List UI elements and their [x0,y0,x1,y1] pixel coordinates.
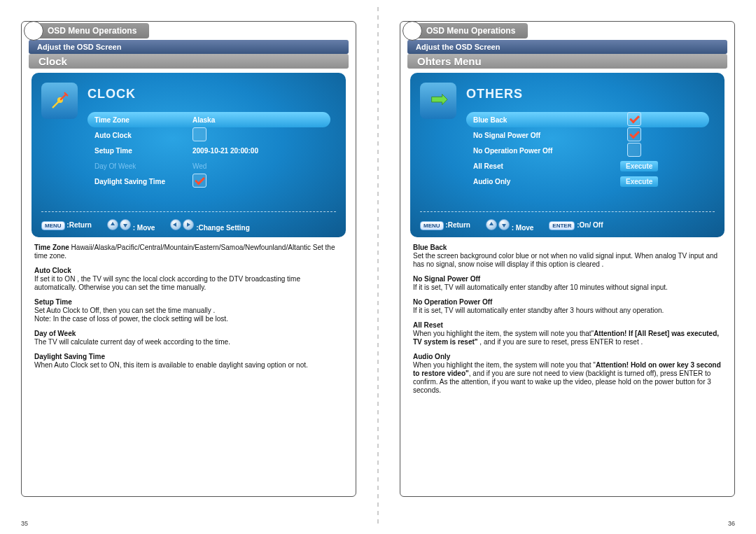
row-label: Blue Back [473,116,627,124]
checkbox-icon [192,127,206,141]
legend-label: : Move [133,224,155,232]
menu-row-audioonly[interactable]: Audio Only Execute [466,174,709,189]
desc-heading: All Reset [413,321,443,329]
header-tab-row: OSD Menu Operations [22,22,356,40]
menu-row-allreset[interactable]: All Reset Execute [466,158,709,174]
legend-label: :Return [445,221,470,229]
legend-onoff: ENTER :On/ Off [549,221,603,230]
menu-row-nooperation[interactable]: No Operation Power Off [466,143,709,158]
checkbox-checked-icon [627,112,641,126]
row-value: Wed [192,162,276,170]
legend-label: :Change Setting [196,224,250,232]
desc-body: , and if you are sure to reset, press EN… [479,338,643,346]
menu-pill-icon: MENU [420,221,444,230]
tab-disc-icon [24,21,43,41]
legend-label: :Return [66,221,92,229]
sub-bar: Adjust the OSD Screen [29,40,349,54]
osd-dashline [41,211,336,212]
page-right: OSD Menu Operations Adjust the OSD Scree… [379,0,756,534]
row-value [627,127,641,143]
legend-change: :Change Setting [170,219,249,232]
desc-body: When you highlight the item, the system … [413,361,596,369]
menu-pill-icon: MENU [41,221,65,230]
menu-row-nosignal[interactable]: No Signal Power Off [466,127,709,143]
osd-legend: MENU :Return : Move ENTER :On/ Off [420,219,715,232]
execute-button[interactable]: Execute [620,176,658,187]
arrow-enter-icon [420,83,456,119]
legend-move: : Move [486,219,533,232]
osd-title: OTHERS [466,87,523,101]
desc-heading: Audio Only [413,353,450,360]
osd-screen-others: OTHERS Blue Back No Signal Power Off No … [410,73,724,237]
osd-items: Blue Back No Signal Power Off No Operati… [466,112,709,189]
desc-body: When Auto Clock set to ON, this item is … [34,361,308,369]
desc-body: If it is set, TV will automatically ente… [413,283,668,291]
checkbox-icon [627,143,641,157]
execute-button[interactable]: Execute [620,161,658,171]
menu-row-timezone[interactable]: Time Zone Alaska [88,112,330,127]
tab-disc-icon [402,21,422,41]
checkbox-checked-icon [192,174,206,188]
desc-heading: Day of Week [34,330,76,337]
header-tab: OSD Menu Operations [21,21,149,41]
legend-return: MENU :Return [41,221,92,230]
tools-icon [41,83,78,119]
tab-title: OSD Menu Operations [38,23,149,38]
row-value [627,112,641,127]
menu-row-dayofweek: Day Of Week Wed [88,158,330,174]
section-title: Ohters Menu [407,54,727,69]
menu-row-blueback[interactable]: Blue Back [466,112,709,127]
legend-label: :On/ Off [577,221,603,229]
row-label: Auto Clock [94,132,192,139]
row-value [627,143,641,158]
desc-body: If it is set, TV will automatically ente… [413,307,664,314]
menu-row-dst[interactable]: Daylight Saving Time [88,174,330,189]
osd-items: Time Zone Alaska Auto Clock Setup Time 2… [88,112,330,189]
arrows-leftright-icon [170,219,194,230]
checkbox-checked-icon [627,127,641,141]
menu-row-autoclock[interactable]: Auto Clock [88,127,330,143]
row-label: Day Of Week [94,162,192,170]
arrows-updown-icon [107,219,131,230]
desc-heading: Setup Time [34,298,72,306]
row-label: Daylight Saving Time [94,178,192,185]
row-value [192,127,276,143]
legend-move: : Move [107,219,155,232]
desc-body: The TV will calculate current day of wee… [34,338,230,346]
desc-body: If set it to ON , the TV will sync the l… [34,275,300,291]
desc-body: Note: In the case of loss of power, the … [34,315,228,323]
row-value [192,174,276,189]
page-frame: OSD Menu Operations Adjust the OSD Scree… [400,21,735,497]
osd-title: CLOCK [88,87,136,101]
desc-body: Set Auto Clock to Off, then you can set … [34,307,215,314]
desc-body: Hawaii/Alaska/Pacific/Central/Mountain/E… [34,244,335,260]
section-title: Clock [29,54,349,69]
desc-heading: Blue Back [413,244,447,251]
row-value: Alaska [192,116,276,124]
desc-body: Set the screen background color blue or … [413,252,718,268]
osd-dashline [420,211,715,212]
description-text: Time Zone Hawaii/Alaska/Pacific/Central/… [34,244,343,370]
osd-legend: MENU :Return : Move :Change Setting [41,219,336,232]
row-label: No Operation Power Off [473,147,627,155]
tab-title: OSD Menu Operations [416,23,528,38]
sub-bar: Adjust the OSD Screen [407,40,727,54]
header-tab: OSD Menu Operations [400,21,528,41]
page-number: 35 [21,520,28,527]
menu-row-setuptime[interactable]: Setup Time 2009-10-21 20:00:00 [88,143,330,158]
legend-return: MENU :Return [420,221,470,230]
page-number: 36 [728,520,735,527]
header-tab-row: OSD Menu Operations [400,22,734,40]
enter-pill-icon: ENTER [549,221,575,230]
description-text: Blue Back Set the screen background colo… [413,244,722,395]
row-label: Setup Time [94,147,192,155]
row-label: No Signal Power Off [473,132,627,139]
desc-heading: Auto Clock [34,267,71,274]
desc-heading: Daylight Saving Time [34,353,105,360]
desc-heading: No Operation Power Off [413,298,492,306]
legend-label: : Move [512,224,534,232]
row-label: All Reset [473,162,620,170]
page-frame: OSD Menu Operations Adjust the OSD Scree… [21,21,356,497]
row-label: Time Zone [94,116,192,124]
row-label: Audio Only [473,178,620,185]
